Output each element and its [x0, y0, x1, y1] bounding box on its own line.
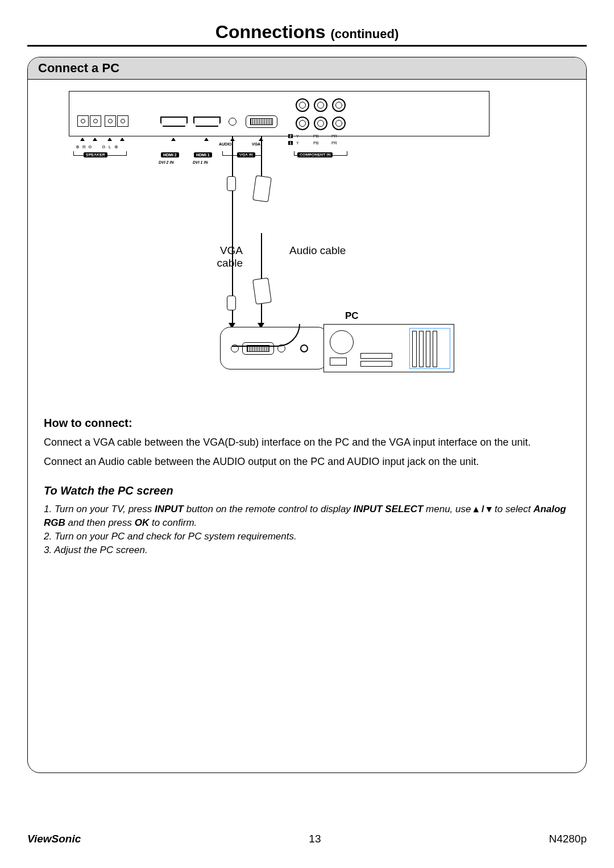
connection-diagram: ⊕ R ⊖ ⊖ L ⊕ AUDIO VGA 2 1 Y PB PR Y PB P…	[28, 85, 586, 392]
up-down-arrow-icon: ▴ / ▾	[474, 504, 492, 514]
howto-line2: Connect an Audio cable between the AUDIO…	[44, 454, 570, 469]
hdmi-port	[193, 117, 221, 127]
card-slot	[426, 331, 430, 367]
howto-line1: Connect a VGA cable between the VGA(D-su…	[44, 435, 570, 450]
card-slot	[433, 331, 437, 367]
label-y: Y	[296, 134, 299, 138]
pc-tower	[323, 324, 454, 372]
step-1: 1. Turn on your TV, press INPUT button o…	[44, 502, 570, 530]
label-r: R	[82, 144, 86, 149]
footer-brand: ViewSonic	[27, 833, 81, 845]
audio-plug-icon	[227, 176, 236, 191]
label-dvi2: DVI 2 IN	[159, 160, 173, 164]
card-slot	[419, 331, 424, 367]
watch-heading: To Watch the PC screen	[44, 483, 570, 499]
tv-rear-panel	[69, 91, 489, 136]
section-box: Connect a PC	[27, 57, 587, 773]
port-labels: ⊕ R ⊖ ⊖ L ⊕ AUDIO VGA 2 1 Y PB PR Y PB P…	[69, 139, 489, 173]
howto-heading: How to connect:	[44, 415, 570, 431]
page-footer: ViewSonic 13 N4280p	[27, 833, 587, 845]
step-3: 3. Adjust the PC screen.	[44, 543, 570, 557]
label-dvi1: DVI 1 IN	[193, 160, 208, 164]
fan-icon	[330, 330, 354, 354]
label-hdmi2: HDMI 2	[161, 152, 179, 157]
footer-model: N4280p	[549, 833, 587, 845]
vga-cable-label: VGA cable	[209, 244, 243, 269]
section-header: Connect a PC	[28, 57, 586, 80]
title-main: Connections	[215, 22, 326, 42]
label-pb2: PB	[313, 141, 318, 145]
speaker-terminal	[77, 115, 89, 127]
bracket	[222, 151, 262, 156]
title-rule	[27, 45, 587, 47]
io-slot	[360, 361, 392, 367]
instruction-text: How to connect: Connect a VGA cable betw…	[44, 415, 570, 556]
pc-audio-jack	[300, 344, 308, 352]
label-pr2: PR	[331, 141, 337, 145]
label-pb: PB	[313, 134, 318, 138]
label-row2: 2	[288, 134, 293, 138]
label-vga: VGA	[252, 142, 260, 146]
bracket	[294, 151, 347, 156]
vga-plug-icon	[252, 175, 272, 202]
expansion-area	[409, 328, 450, 369]
pc-label: PC	[345, 310, 359, 322]
speaker-terminal	[117, 115, 128, 127]
page-title: Connections (continued)	[0, 0, 614, 43]
bracket	[73, 151, 127, 156]
label-audio: AUDIO	[219, 142, 232, 146]
audio-plug-icon	[227, 296, 236, 310]
label-hdmi1: HDMI 1	[194, 152, 212, 157]
step-2: 2. Turn on your PC and check for PC syst…	[44, 530, 570, 543]
audio-jack	[229, 118, 237, 126]
label-row1: 1	[288, 141, 293, 145]
footer-page-number: 13	[309, 833, 321, 845]
label-pr: PR	[331, 134, 337, 138]
speaker-terminal	[90, 115, 101, 127]
component-jack	[332, 117, 346, 130]
title-suffix: (continued)	[330, 27, 399, 41]
speaker-terminal	[105, 115, 116, 127]
card-slot	[412, 331, 417, 367]
vga-plug-icon	[252, 277, 272, 304]
psu-port	[330, 358, 347, 366]
component-jack	[296, 98, 309, 112]
component-jack	[314, 98, 327, 112]
component-jack	[296, 117, 309, 130]
audio-cable-label: Audio cable	[289, 244, 346, 257]
watch-steps: 1. Turn on your TV, press INPUT button o…	[44, 502, 570, 556]
label-y2: Y	[296, 141, 299, 145]
component-jack	[332, 98, 346, 112]
label-l: L	[109, 144, 111, 149]
vga-port	[246, 115, 277, 128]
component-jack	[314, 117, 327, 130]
hdmi-port	[160, 117, 188, 127]
io-slot	[360, 353, 392, 359]
